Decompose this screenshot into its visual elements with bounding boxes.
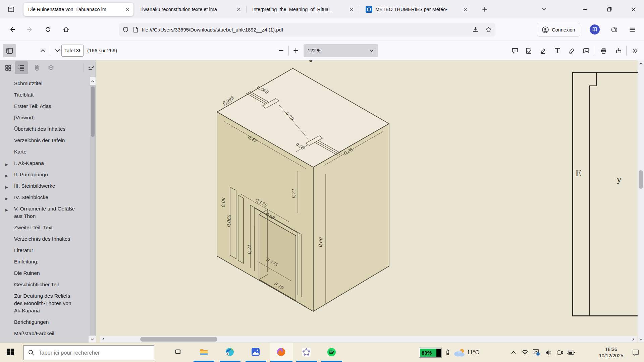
- forward-button[interactable]: [23, 23, 36, 36]
- cast-icon[interactable]: [532, 349, 541, 357]
- spotify-button[interactable]: [324, 343, 339, 361]
- firefox-view-button[interactable]: [4, 4, 18, 15]
- menu-button[interactable]: [626, 23, 639, 36]
- previous-page-button[interactable]: [36, 44, 50, 57]
- outline-item[interactable]: ▶II. Pumapungu: [0, 171, 90, 178]
- outline-item[interactable]: Die Ruinen: [0, 269, 90, 277]
- list-all-tabs-button[interactable]: [538, 4, 550, 15]
- sidebar-scroll-down-button[interactable]: [89, 336, 96, 343]
- pdf-viewport[interactable]: o: [96, 60, 644, 343]
- close-window-button[interactable]: [628, 4, 639, 15]
- firefox-button[interactable]: [273, 343, 289, 361]
- outline-item[interactable]: Zur Deutung des Reliefs des Monolith-Tho…: [0, 292, 90, 314]
- extensions-button[interactable]: [608, 23, 621, 36]
- save-button[interactable]: [612, 44, 625, 57]
- taskbar-search[interactable]: [23, 345, 154, 360]
- horizontal-scrollbar[interactable]: [100, 336, 637, 343]
- camera-icon[interactable]: [555, 349, 564, 357]
- outline-item[interactable]: ▶III. Steinbildwerke: [0, 182, 90, 190]
- comment-tool-button[interactable]: [508, 44, 522, 57]
- file-explorer-button[interactable]: [196, 343, 211, 361]
- scrollbar-thumb[interactable]: [639, 170, 643, 189]
- task-view-button[interactable]: [170, 343, 186, 361]
- outline-item[interactable]: Literatur: [0, 247, 90, 254]
- outline-item[interactable]: [Vorwort]: [0, 114, 90, 121]
- shield-icon[interactable]: [122, 26, 129, 33]
- expand-triangle-icon[interactable]: ▶: [5, 206, 8, 214]
- zoom-out-button[interactable]: [274, 44, 288, 57]
- outline-item[interactable]: Einleitung:: [0, 258, 90, 265]
- page-number-input[interactable]: [61, 45, 84, 57]
- outline-item[interactable]: Maßstab/Farbkeil: [0, 330, 90, 335]
- tab-close-icon[interactable]: [125, 7, 129, 11]
- expand-triangle-icon[interactable]: ▶: [5, 172, 8, 180]
- minimize-button[interactable]: [580, 4, 591, 15]
- battery-widget[interactable]: 83%: [419, 348, 441, 357]
- download-icon[interactable]: [472, 26, 479, 33]
- outline-view-button[interactable]: [15, 61, 28, 74]
- tab-close-icon[interactable]: [350, 7, 354, 11]
- wifi-icon[interactable]: [521, 349, 529, 357]
- outline-item[interactable]: Titelblatt: [0, 91, 90, 99]
- tab-tiahuanaco[interactable]: Die Ruinenstätte von Tiahuanaco im: [23, 3, 133, 16]
- current-outline-item-button[interactable]: [86, 61, 96, 74]
- scroll-up-button[interactable]: [638, 60, 644, 67]
- toggle-sidebar-button[interactable]: [3, 44, 16, 57]
- url-bar[interactable]: file:///C:/Users/33695/Downloads/stuebel…: [119, 23, 495, 37]
- thumbnails-view-button[interactable]: [1, 61, 15, 74]
- notification-center-icon[interactable]: [631, 349, 640, 357]
- outline-item[interactable]: Verzeichnis des Inhaltes: [0, 235, 90, 243]
- temperature-label[interactable]: 11°C: [467, 343, 479, 362]
- weather-icon[interactable]: [453, 349, 466, 357]
- attachments-button[interactable]: [30, 61, 44, 74]
- new-tab-button[interactable]: [479, 4, 490, 15]
- dictionary-extension-button[interactable]: [590, 24, 600, 35]
- photos-button[interactable]: [248, 343, 263, 361]
- layers-button[interactable]: [44, 61, 58, 74]
- tab-meteo[interactable]: METEO THUMERIES par Météo-: [361, 3, 472, 16]
- image-tool-button[interactable]: [579, 44, 593, 57]
- outline-item[interactable]: Schmutztitel: [0, 80, 90, 87]
- text-tool-button[interactable]: [551, 44, 564, 57]
- start-button[interactable]: [3, 343, 18, 361]
- tab-close-icon[interactable]: [464, 7, 468, 11]
- restore-button[interactable]: [604, 4, 615, 15]
- signin-button[interactable]: Connexion: [537, 23, 580, 37]
- expand-triangle-icon[interactable]: ▶: [5, 184, 8, 191]
- scroll-left-button[interactable]: [100, 336, 107, 343]
- expand-triangle-icon[interactable]: ▶: [5, 161, 8, 168]
- search-input[interactable]: [39, 350, 139, 356]
- volume-icon[interactable]: [544, 349, 553, 357]
- outline-item[interactable]: Erster Teil: Atlas: [0, 103, 90, 110]
- tab-interpreting[interactable]: Interpreting_the_Meaning_of_Ritual_: [248, 3, 358, 16]
- edge-button[interactable]: [222, 343, 237, 361]
- expand-triangle-icon[interactable]: ▶: [5, 195, 8, 202]
- outline-item[interactable]: Übersicht des Inhaltes: [0, 125, 90, 133]
- print-button[interactable]: [597, 44, 610, 57]
- tab-close-icon[interactable]: [237, 7, 241, 11]
- signature-tool-button[interactable]: [522, 44, 535, 57]
- power-plug-icon[interactable]: [567, 349, 576, 357]
- vertical-scrollbar[interactable]: [638, 60, 644, 343]
- outline-item[interactable]: Karte: [0, 148, 90, 156]
- reload-button[interactable]: [42, 23, 54, 36]
- outline-item[interactable]: ▶V. Ornamente und Gefäße aus Thon: [0, 205, 90, 220]
- scroll-right-button[interactable]: [630, 336, 637, 343]
- back-button[interactable]: [6, 23, 19, 36]
- sidebar-scrollbar[interactable]: [90, 77, 96, 335]
- zoom-select[interactable]: 122 %: [304, 44, 378, 57]
- more-tools-button[interactable]: [629, 44, 642, 57]
- scrollbar-thumb[interactable]: [140, 337, 217, 342]
- tab-tiwanaku[interactable]: Tiwanaku reconstitution texte et ima: [135, 3, 245, 16]
- page-info-icon[interactable]: [133, 26, 139, 33]
- highlight-tool-button[interactable]: [536, 44, 549, 57]
- url-text[interactable]: file:///C:/Users/33695/Downloads/stuebel…: [142, 27, 472, 33]
- draw-tool-button[interactable]: [565, 44, 578, 57]
- scroll-down-button[interactable]: [638, 336, 644, 343]
- geogebra-button[interactable]: [299, 343, 314, 361]
- bookmark-star-icon[interactable]: [485, 26, 492, 33]
- outline-item[interactable]: Berichtigungen: [0, 318, 90, 326]
- outline-item[interactable]: Geschichtlicher Teil: [0, 281, 90, 288]
- outline-item[interactable]: Verzeichnis der Tafeln: [0, 137, 90, 144]
- zoom-in-button[interactable]: [289, 44, 303, 57]
